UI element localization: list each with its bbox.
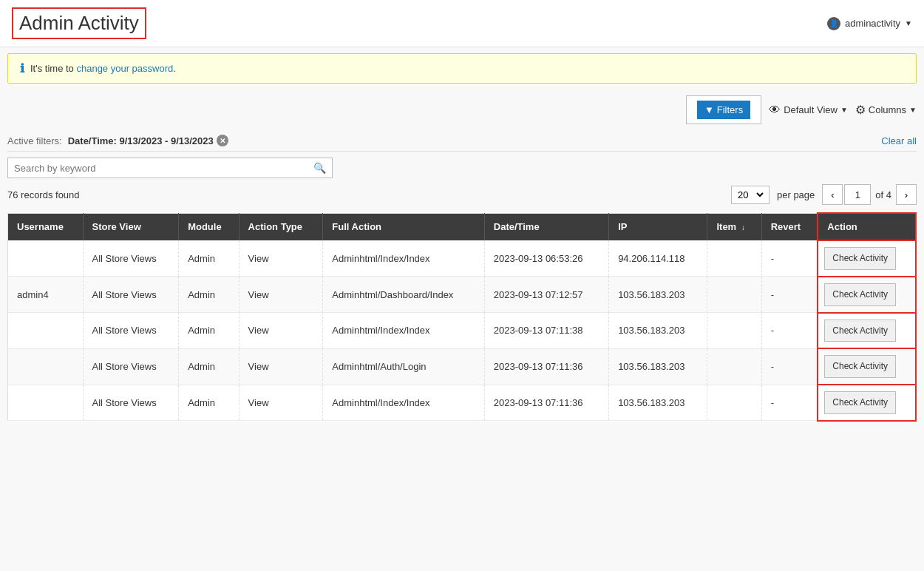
cell-full-action[interactable]: Adminhtml/Index/Index <box>323 240 484 277</box>
page-nav: ‹ 1 of 4 › <box>822 184 917 205</box>
table-row: All Store Views Admin View Adminhtml/Ind… <box>8 385 917 421</box>
cell-item <box>707 348 761 385</box>
gear-icon: ⚙ <box>855 103 866 117</box>
col-full-action: Full Action <box>323 213 484 240</box>
col-datetime: Date/Time <box>484 213 608 240</box>
prev-page-button[interactable]: ‹ <box>822 184 843 205</box>
columns-chevron: ▼ <box>909 106 917 114</box>
cell-datetime: 2023-09-13 06:53:26 <box>484 240 608 277</box>
check-activity-button[interactable]: Check Activity <box>824 391 896 414</box>
filters-button[interactable]: ▼ Filters <box>686 95 761 124</box>
per-page-dropdown[interactable]: 20 50 100 <box>735 189 766 201</box>
cell-ip: 103.56.183.203 <box>609 385 707 421</box>
cell-module: Admin <box>179 313 239 349</box>
cell-item <box>707 277 761 313</box>
filter-tags: Active filters: Date/Time: 9/13/2023 - 9… <box>7 135 228 146</box>
view-chevron: ▼ <box>840 106 848 114</box>
pagination-controls: 20 50 100 per page ‹ 1 of 4 › <box>731 184 917 205</box>
default-view-button[interactable]: 👁 Default View ▼ <box>769 104 848 117</box>
cell-revert: - <box>761 313 818 349</box>
active-filters: Active filters: Date/Time: 9/13/2023 - 9… <box>7 130 917 152</box>
cell-revert: - <box>761 240 818 277</box>
cell-module: Admin <box>179 348 239 385</box>
cell-item <box>707 385 761 421</box>
cell-action-type: View <box>239 277 323 313</box>
per-page-label: per page <box>777 189 815 200</box>
cell-ip: 103.56.183.203 <box>609 277 707 313</box>
table-row: admin4 All Store Views Admin View Adminh… <box>8 277 917 313</box>
col-revert: Revert <box>761 213 818 240</box>
remove-date-filter[interactable]: ✕ <box>217 135 228 146</box>
columns-button[interactable]: ⚙ Columns ▼ <box>855 103 917 117</box>
cell-username: admin4 <box>8 277 84 313</box>
cell-username <box>8 313 84 349</box>
cell-action: Check Activity <box>818 348 916 385</box>
date-filter-tag: Date/Time: 9/13/2023 - 9/13/2023 ✕ <box>68 135 228 146</box>
cell-full-action[interactable]: Adminhtml/Index/Index <box>323 385 484 421</box>
cell-action-type: View <box>239 240 323 277</box>
search-input[interactable] <box>14 163 313 174</box>
table-row: All Store Views Admin View Adminhtml/Ind… <box>8 313 917 349</box>
notification-text: It's time to change your password. <box>30 63 176 74</box>
cell-module: Admin <box>179 277 239 313</box>
total-pages: of 4 <box>875 189 891 200</box>
check-activity-button[interactable]: Check Activity <box>824 283 896 306</box>
cell-datetime: 2023-09-13 07:11:36 <box>484 348 608 385</box>
check-activity-button[interactable]: Check Activity <box>824 247 896 270</box>
col-store-view: Store View <box>83 213 179 240</box>
filters-label: Filters <box>717 104 743 115</box>
col-username: Username <box>8 213 84 240</box>
cell-revert: - <box>761 348 818 385</box>
cell-action: Check Activity <box>818 240 916 277</box>
cell-action: Check Activity <box>818 277 916 313</box>
cell-datetime: 2023-09-13 07:11:38 <box>484 313 608 349</box>
search-box[interactable]: 🔍 <box>7 158 333 178</box>
cell-action: Check Activity <box>818 313 916 349</box>
per-page-select[interactable]: 20 50 100 <box>731 186 770 204</box>
cell-ip: 103.56.183.203 <box>609 348 707 385</box>
search-row: 🔍 <box>7 158 917 178</box>
cell-full-action[interactable]: Adminhtml/Auth/Login <box>323 348 484 385</box>
user-icon: 👤 <box>827 17 840 30</box>
header: Admin Activity 👤 adminactivity ▼ <box>0 0 924 47</box>
check-activity-button[interactable]: Check Activity <box>824 320 896 342</box>
table-row: All Store Views Admin View Adminhtml/Ind… <box>8 240 917 277</box>
cell-action-type: View <box>239 348 323 385</box>
next-page-button[interactable]: › <box>896 184 917 205</box>
funnel-icon: ▼ <box>704 104 714 115</box>
cell-action: Check Activity <box>818 385 916 421</box>
cell-item <box>707 240 761 277</box>
cell-revert: - <box>761 385 818 421</box>
current-page: 1 <box>844 184 871 205</box>
cell-ip: 94.206.114.118 <box>609 240 707 277</box>
cell-ip: 103.56.183.203 <box>609 313 707 349</box>
col-action: Action <box>818 213 916 240</box>
notification-bar: ℹ It's time to change your password. <box>7 53 917 84</box>
eye-icon: 👁 <box>769 104 781 117</box>
sort-icon: ↓ <box>741 223 745 232</box>
col-item[interactable]: Item ↓ <box>707 213 761 240</box>
cell-action-type: View <box>239 385 323 421</box>
info-icon: ℹ <box>20 61 24 75</box>
cell-module: Admin <box>179 385 239 421</box>
cell-full-action[interactable]: Adminhtml/Index/Index <box>323 313 484 349</box>
main-content: ▼ Filters 👁 Default View ▼ ⚙ Columns ▼ A… <box>0 89 924 436</box>
cell-item <box>707 313 761 349</box>
cell-store-view: All Store Views <box>83 313 179 349</box>
data-table: Username Store View Module Action Type F… <box>7 212 917 422</box>
col-module: Module <box>179 213 239 240</box>
change-password-link[interactable]: change your password <box>76 63 173 74</box>
table-header-row: Username Store View Module Action Type F… <box>8 213 917 240</box>
cell-store-view: All Store Views <box>83 240 179 277</box>
username-label: adminactivity <box>845 18 900 29</box>
search-icon[interactable]: 🔍 <box>313 162 326 174</box>
cell-full-action[interactable]: Adminhtml/Dashboard/Index <box>323 277 484 313</box>
cell-username <box>8 385 84 421</box>
records-count: 76 records found <box>7 189 80 200</box>
clear-all-link[interactable]: Clear all <box>881 135 917 146</box>
user-menu[interactable]: 👤 adminactivity ▼ <box>827 17 912 30</box>
check-activity-button[interactable]: Check Activity <box>824 355 896 378</box>
col-ip: IP <box>609 213 707 240</box>
view-label: Default View <box>784 104 838 115</box>
cell-store-view: All Store Views <box>83 385 179 421</box>
